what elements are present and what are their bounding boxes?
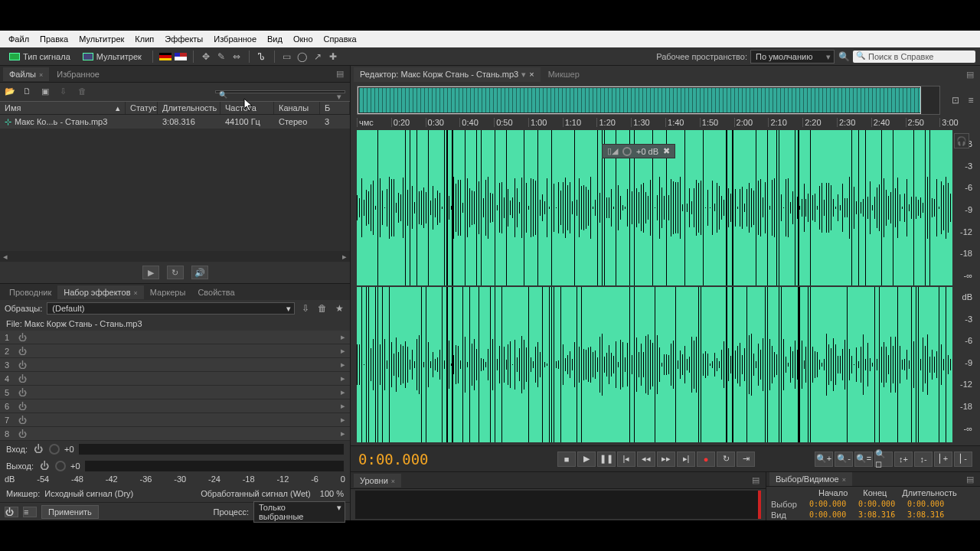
chevron-right-icon[interactable]: ▸ <box>341 373 345 383</box>
zoom-full-icon[interactable]: ⊡ <box>949 94 962 106</box>
panel-menu-icon[interactable]: ▤ <box>963 474 977 484</box>
preview-loop-button[interactable]: ↻ <box>167 266 184 279</box>
menu-effects[interactable]: Эффекты <box>159 34 208 44</box>
tab-files[interactable]: Файлы× <box>3 67 49 81</box>
time-select-tool-icon[interactable]: Ꮦ <box>256 51 268 63</box>
close-icon[interactable]: × <box>529 70 534 79</box>
power-icon[interactable]: ⏻ <box>18 416 27 425</box>
tab-effects-rack[interactable]: Набор эффектов× <box>57 285 144 299</box>
power-icon[interactable]: ⏻ <box>18 388 27 397</box>
fx-slot-1[interactable]: 1⏻▸ <box>0 331 350 344</box>
flag-de-icon[interactable] <box>159 53 172 60</box>
lasso-tool-icon[interactable]: ◯ <box>296 51 309 63</box>
bypass-toggle[interactable]: ⏻ <box>5 507 18 517</box>
tab-levels[interactable]: Уровни× <box>354 474 401 487</box>
record-icon[interactable]: ▣ <box>41 86 54 97</box>
tab-mixer[interactable]: Микшер <box>542 67 586 81</box>
delete-preset-icon[interactable]: 🗑 <box>316 302 328 315</box>
file-search-input[interactable] <box>215 90 345 93</box>
goto-end-button[interactable]: ▸| <box>677 452 695 467</box>
fx-slot-8[interactable]: 8⏻▸ <box>0 427 350 441</box>
waveform-right-channel[interactable] <box>357 287 952 442</box>
process-select[interactable]: Только выбранные <box>253 501 345 523</box>
panel-menu-icon[interactable]: ▤ <box>333 69 347 79</box>
fx-slot-4[interactable]: 4⏻▸ <box>0 372 350 386</box>
marquee-tool-icon[interactable]: ▭ <box>281 51 293 63</box>
search-icon[interactable]: 🔍 <box>838 51 850 63</box>
panel-menu-icon[interactable]: ▤ <box>749 475 763 485</box>
input-knob[interactable] <box>49 444 60 455</box>
import-icon[interactable]: ⇩ <box>60 86 72 97</box>
brush-tool-icon[interactable]: ↗ <box>312 51 324 63</box>
goto-start-button[interactable]: |◂ <box>617 452 635 467</box>
tab-favorites[interactable]: Избранное <box>51 67 106 81</box>
file-row[interactable]: ⊹Макс Ко...ь - Стань.mp3 3:08.316 44100 … <box>0 115 350 129</box>
menu-help[interactable]: Справка <box>318 34 362 44</box>
preset-select[interactable]: (Default) <box>47 302 295 315</box>
power-icon[interactable]: ⏻ <box>38 460 51 472</box>
chevron-right-icon[interactable]: ▸ <box>341 415 345 425</box>
overview-waveform[interactable] <box>357 86 940 115</box>
open-folder-icon[interactable]: 📂 <box>5 86 17 97</box>
tab-markers[interactable]: Маркеры <box>144 285 192 299</box>
menu-clip[interactable]: Клип <box>129 34 159 44</box>
apply-button[interactable]: Применить <box>41 505 99 519</box>
tab-explorer[interactable]: Проводник <box>3 285 57 299</box>
zoom-in-vert-icon[interactable]: ↕+ <box>894 452 913 467</box>
zoom-full-icon[interactable]: 🔍= <box>854 452 873 467</box>
fx-slot-6[interactable]: 6⏻▸ <box>0 399 350 413</box>
fx-slot-3[interactable]: 3⏻▸ <box>0 358 350 372</box>
close-icon[interactable]: × <box>134 289 138 297</box>
power-icon[interactable]: ⏻ <box>18 333 27 342</box>
menu-favorites[interactable]: Избранное <box>208 34 262 44</box>
menu-multitrack[interactable]: Мультитрек <box>74 34 129 44</box>
power-icon[interactable]: ⏻ <box>18 429 27 439</box>
multitrack-mode-button[interactable]: Мультитрек <box>78 51 146 63</box>
zoom-in-point-icon[interactable]: ⎢+ <box>934 452 952 467</box>
power-icon[interactable]: ⏻ <box>18 360 27 370</box>
col-duration[interactable]: Длительность <box>158 102 220 114</box>
fx-slot-7[interactable]: 7⏻▸ <box>0 413 350 427</box>
waveform-mode-button[interactable]: Тип сигнала <box>5 51 75 63</box>
zoom-out-vert-icon[interactable]: ↕- <box>914 452 933 467</box>
menu-file[interactable]: Файл <box>3 34 34 44</box>
loop-button[interactable]: ↻ <box>717 452 735 467</box>
output-knob[interactable] <box>55 461 66 471</box>
gain-hud[interactable]: ▯◢ +0 dB ✖ <box>602 144 675 158</box>
tab-properties[interactable]: Свойства <box>191 285 240 299</box>
zoom-out-icon[interactable]: 🔍- <box>835 452 853 467</box>
menu-edit[interactable]: Правка <box>34 34 74 44</box>
play-button[interactable]: ▶ <box>577 452 596 467</box>
panel-menu-icon[interactable]: ▤ <box>963 70 977 80</box>
pause-button[interactable]: ❚❚ <box>597 452 616 467</box>
stop-button[interactable]: ■ <box>557 452 576 467</box>
delete-icon[interactable]: 🗑 <box>78 86 90 97</box>
chevron-right-icon[interactable]: ▸ <box>341 360 345 370</box>
headphones-icon[interactable]: 🎧 <box>954 133 969 148</box>
move-tool-icon[interactable]: ✥ <box>200 51 212 63</box>
rewind-button[interactable]: ◂◂ <box>637 452 655 467</box>
fx-slot-2[interactable]: 2⏻▸ <box>0 344 350 358</box>
save-preset-icon[interactable]: ⇩ <box>299 302 312 315</box>
timecode-display[interactable]: 0:00.000 <box>358 451 423 468</box>
power-icon[interactable]: ⏻ <box>18 347 27 356</box>
close-icon[interactable]: × <box>39 71 43 79</box>
flag-us-icon[interactable] <box>175 53 187 60</box>
power-icon[interactable]: ⏻ <box>18 374 27 383</box>
razor-tool-icon[interactable]: ✎ <box>215 51 227 63</box>
chevron-right-icon[interactable]: ▸ <box>341 429 345 439</box>
menu-view[interactable]: Вид <box>262 34 288 44</box>
zoom-out-point-icon[interactable]: ⎢- <box>954 452 972 467</box>
skip-selection-button[interactable]: ⇥ <box>737 452 755 467</box>
workspace-select[interactable]: По умолчанию <box>750 50 835 64</box>
preview-play-button[interactable]: ▶ <box>142 266 159 279</box>
col-bits[interactable]: Б <box>320 102 350 114</box>
col-frequency[interactable]: Частота <box>220 102 274 114</box>
channels-icon[interactable]: ≡ <box>965 94 977 106</box>
preview-autoplay-button[interactable]: 🔊 <box>191 266 208 279</box>
file-scrollbar[interactable]: ◂▸ <box>0 251 350 262</box>
slip-tool-icon[interactable]: ⇔ <box>230 51 243 63</box>
forward-button[interactable]: ▸▸ <box>657 452 675 467</box>
new-file-icon[interactable]: 🗋 <box>23 86 35 97</box>
col-status[interactable]: Статус <box>126 102 158 114</box>
